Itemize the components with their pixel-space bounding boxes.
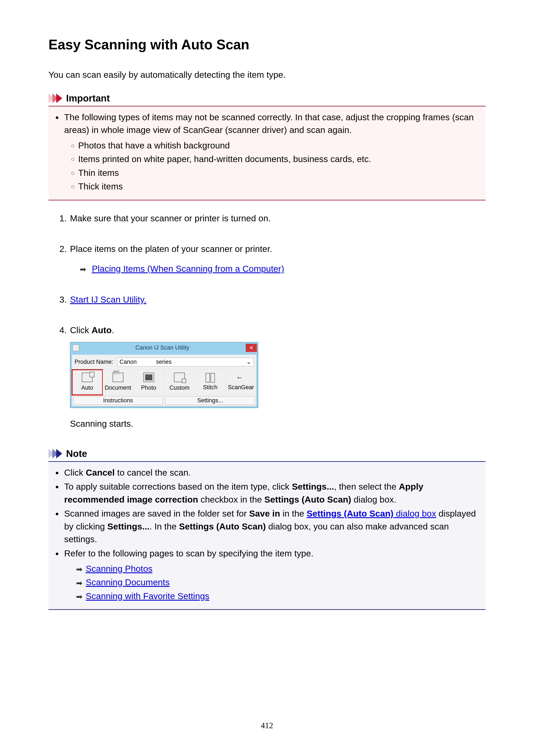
arrow-icon: ➡ — [76, 564, 83, 575]
settings-button[interactable]: Settings... — [165, 396, 255, 405]
stitch-icon — [206, 373, 215, 382]
step-1: Make sure that your scanner or printer i… — [55, 212, 486, 225]
note-heading: Note — [66, 448, 87, 459]
note-body: Click Cancel to cancel the scan. To appl… — [48, 462, 486, 610]
important-item: Photos that have a whitish background — [78, 139, 483, 152]
arrow-icon: ➡ — [80, 264, 86, 275]
window-title: Canon IJ Scan Utility — [79, 344, 246, 352]
note-header: Note — [48, 448, 486, 462]
important-body: The following types of items may not be … — [48, 106, 486, 201]
step-2-sublink: ➡ Placing Items (When Scanning from a Co… — [70, 263, 486, 275]
note-item: Scanned images are saved in the folder s… — [63, 507, 483, 546]
intro-text: You can scan easily by automatically det… — [48, 70, 486, 80]
start-ij-scan-utility-link[interactable]: Start IJ Scan Utility. — [70, 295, 146, 305]
chevron-down-icon: ⌄ — [246, 358, 251, 366]
important-item: Thin items — [78, 167, 483, 179]
instructions-button[interactable]: Instructions — [73, 396, 163, 405]
placing-items-link[interactable]: Placing Items (When Scanning from a Comp… — [92, 264, 284, 274]
auto-icon — [82, 373, 92, 382]
note-item: To apply suitable corrections based on t… — [63, 480, 483, 506]
arrow-icon: ➡ — [76, 578, 83, 589]
auto-button[interactable]: Auto — [72, 369, 103, 395]
page-title: Easy Scanning with Auto Scan — [48, 37, 486, 53]
scangear-icon — [236, 373, 246, 382]
arrow-icon: ➡ — [76, 591, 83, 602]
note-item: Refer to the following pages to scan by … — [63, 547, 483, 603]
close-icon[interactable]: ✕ — [246, 344, 257, 352]
chevron-icon — [48, 94, 60, 103]
stitch-button[interactable]: Stitch — [195, 369, 226, 395]
chevron-icon — [48, 449, 60, 458]
step-4-result: Scanning starts. — [70, 418, 486, 430]
scan-utility-window: Canon IJ Scan Utility ✕ Product Name: Ca… — [70, 342, 258, 408]
app-icon — [73, 345, 79, 351]
step-2: Place items on the platen of your scanne… — [55, 243, 486, 275]
important-header: Important — [48, 93, 486, 106]
product-name-label: Product Name: — [74, 358, 113, 366]
product-name-select[interactable]: Canon series ⌄ — [117, 358, 254, 366]
photo-button[interactable]: Photo — [134, 369, 164, 395]
document-button[interactable]: Document — [103, 369, 134, 395]
page-number: 412 — [0, 721, 534, 730]
step-3: Start IJ Scan Utility. — [55, 293, 486, 306]
important-heading: Important — [66, 93, 110, 104]
scangear-button[interactable]: ScanGear — [226, 369, 256, 395]
scanning-favorite-link[interactable]: Scanning with Favorite Settings — [86, 591, 209, 601]
note-item: Click Cancel to cancel the scan. — [63, 466, 483, 479]
custom-button[interactable]: Custom — [164, 369, 195, 395]
important-item: Items printed on white paper, hand-writt… — [78, 153, 483, 166]
photo-icon — [143, 373, 154, 382]
important-lead: The following types of items may not be … — [63, 111, 483, 193]
custom-icon — [174, 373, 185, 382]
settings-auto-scan-link[interactable]: Settings (Auto Scan) dialog box — [307, 509, 436, 519]
step-4: Click Auto. Canon IJ Scan Utility ✕ Prod… — [55, 324, 486, 430]
scanning-photos-link[interactable]: Scanning Photos — [86, 564, 152, 574]
important-item: Thick items — [78, 180, 483, 193]
document-icon — [113, 373, 123, 382]
scanning-documents-link[interactable]: Scanning Documents — [86, 577, 170, 587]
